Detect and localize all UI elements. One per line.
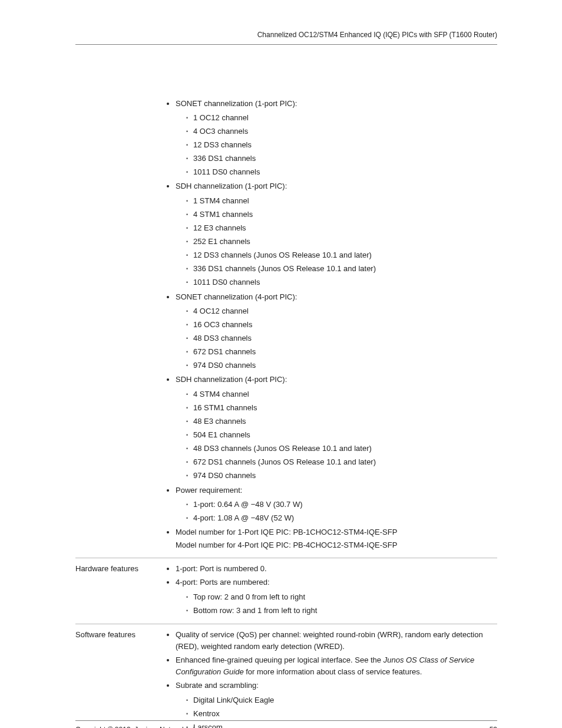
list-item: 1 STM4 channel [186, 195, 497, 207]
list-item: 504 E1 channels [186, 429, 497, 441]
group-title: SONET channelization (4-port PIC): [176, 292, 297, 301]
list-item: Quality of service (QoS) per channel: we… [176, 629, 497, 653]
list-item: 672 DS1 channels [186, 346, 497, 358]
hardware-body: 1-port: Port is numbered 0. 4-port: Port… [165, 563, 497, 619]
hardware-top-list: 1-port: Port is numbered 0. 4-port: Port… [165, 563, 497, 617]
list-item: 12 DS3 channels (Junos OS Release 10.1 a… [186, 249, 497, 261]
software-subrate-title: Subrate and scrambling: [176, 681, 259, 690]
list-item: 48 E3 channels [186, 416, 497, 427]
sub-list: 1-port: 0.64 A @ −48 V (30.7 W)4-port: 1… [176, 499, 497, 524]
list-item: 974 DS0 channels [186, 360, 497, 371]
list-item: 48 DS3 channels (Junos OS Release 10.1 a… [186, 443, 497, 454]
list-item: 336 DS1 channels [186, 153, 497, 164]
list-item: 672 DS1 channels (Junos OS Release 10.1 … [186, 456, 497, 468]
spec-top-list: SONET channelization (1-port PIC):1 OC12… [165, 98, 497, 552]
page: Channelized OC12/STM4 Enhanced IQ (IQE) … [0, 0, 562, 728]
list-item: SONET channelization (1-port PIC):1 OC12… [176, 98, 497, 179]
list-item: 4-port: Ports are numbered: Top row: 2 a… [176, 577, 497, 616]
header-title: Channelized OC12/STM4 Enhanced IQ (IQE) … [257, 31, 497, 39]
list-item: Kentrox [186, 708, 497, 720]
software-body: Quality of service (QoS) per channel: we… [165, 629, 497, 728]
software-label: Software features [75, 629, 165, 641]
list-item: 1-port: Port is numbered 0. [176, 563, 497, 575]
list-item: 4 STM1 channels [186, 209, 497, 220]
list-item: 4 OC12 channel [186, 305, 497, 317]
software-row: Software features Quality of service (Qo… [75, 624, 497, 728]
list-item: 974 DS0 channels [186, 470, 497, 482]
software-top-list: Quality of service (QoS) per channel: we… [165, 629, 497, 728]
list-item: 16 STM1 channels [186, 402, 497, 414]
software-qos: Quality of service (QoS) per channel: we… [176, 630, 483, 651]
list-item: 1011 DS0 channels [186, 166, 497, 178]
group-title: SONET channelization (1-port PIC): [176, 99, 297, 108]
group-title: SDH channelization (4-port PIC): [176, 375, 287, 384]
page-number: 53 [490, 724, 497, 728]
list-item: 16 OC3 channels [186, 319, 497, 331]
spec-row: SONET channelization (1-port PIC):1 OC12… [75, 98, 497, 558]
list-item: Bottom row: 3 and 1 from left to right [186, 605, 497, 617]
list-item: 4 OC3 channels [186, 126, 497, 137]
hardware-line2: 4-port: Ports are numbered: [176, 578, 270, 587]
list-item: SONET channelization (4-port PIC):4 OC12… [176, 291, 497, 372]
group-title: SDH channelization (1-port PIC): [176, 182, 287, 190]
model2-line: Model number for 4-Port IQE PIC: PB-4CHO… [176, 539, 497, 551]
sub-list: 1 STM4 channel4 STM1 channels12 E3 chann… [176, 195, 497, 289]
hardware-line1: 1-port: Port is numbered 0. [176, 564, 267, 573]
running-header: Channelized OC12/STM4 Enhanced IQ (IQE) … [75, 29, 497, 45]
hardware-row: Hardware features 1-port: Port is number… [75, 558, 497, 624]
list-item: Digital Link/Quick Eagle [186, 694, 497, 706]
hardware-sub-list: Top row: 2 and 0 from left to rightBotto… [176, 591, 497, 617]
list-item: Enhanced fine-grained queuing per logica… [176, 654, 497, 678]
sub-list: 1 OC12 channel4 OC3 channels12 DS3 chann… [176, 112, 497, 179]
list-item: Model number for 1-Port IQE PIC: PB-1CHO… [176, 526, 497, 551]
sub-list: 4 STM4 channel16 STM1 channels48 E3 chan… [176, 388, 497, 482]
software-queuing-post: for more information about class of serv… [244, 667, 422, 676]
list-item: 1 OC12 channel [186, 112, 497, 124]
sub-list: 4 OC12 channel16 OC3 channels48 DS3 chan… [176, 305, 497, 372]
footer: Copyright © 2013, Juniper Networks, Inc.… [75, 720, 497, 728]
group-title: Power requirement: [176, 486, 242, 495]
hardware-label: Hardware features [75, 563, 165, 575]
list-item: Top row: 2 and 0 from left to right [186, 591, 497, 603]
list-item: 252 E1 channels [186, 236, 497, 248]
software-queuing-pre: Enhanced fine-grained queuing per logica… [176, 655, 384, 664]
list-item: Power requirement:1-port: 0.64 A @ −48 V… [176, 485, 497, 524]
list-item: SDH channelization (1-port PIC):1 STM4 c… [176, 180, 497, 288]
list-item: SDH channelization (4-port PIC):4 STM4 c… [176, 374, 497, 482]
list-item: 4 STM4 channel [186, 388, 497, 400]
list-item: 12 DS3 channels [186, 139, 497, 151]
spec-row-body: SONET channelization (1-port PIC):1 OC12… [165, 98, 497, 554]
copyright: Copyright © 2013, Juniper Networks, Inc. [75, 724, 204, 728]
list-item: 48 DS3 channels [186, 332, 497, 344]
list-item: 1-port: 0.64 A @ −48 V (30.7 W) [186, 499, 497, 510]
list-item: 4-port: 1.08 A @ −48V (52 W) [186, 512, 497, 524]
list-item: 12 E3 channels [186, 222, 497, 234]
list-item: 1011 DS0 channels [186, 276, 497, 288]
list-item: 336 DS1 channels (Junos OS Release 10.1 … [186, 263, 497, 275]
